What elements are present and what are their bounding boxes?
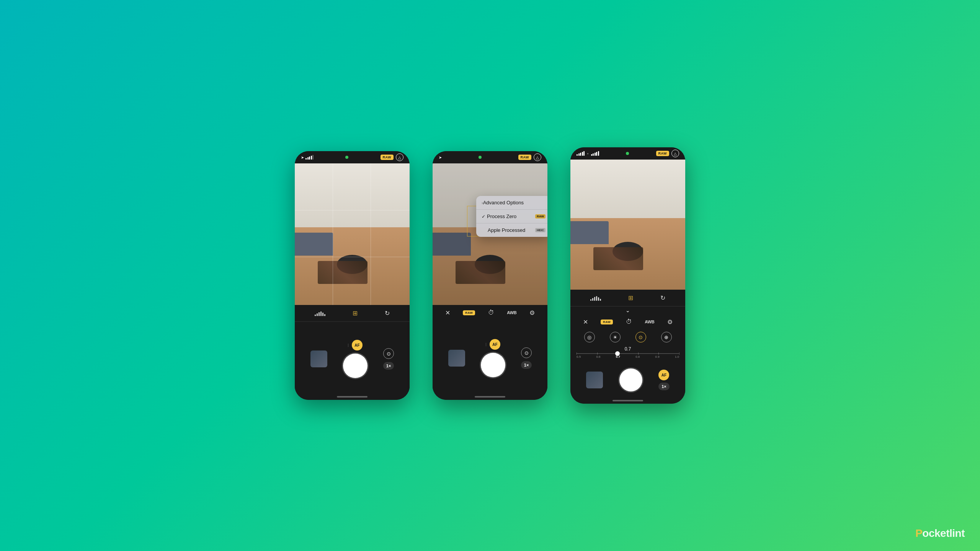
iso-control[interactable]: ⊙ xyxy=(635,332,646,342)
grid-icon-3[interactable]: ⊞ xyxy=(628,294,633,302)
awb-label-3[interactable]: AWB xyxy=(645,320,655,324)
phone1-status-center xyxy=(345,156,348,159)
settings-button[interactable]: ⊙ xyxy=(383,348,394,359)
timer-icon[interactable]: ⏱ xyxy=(488,309,494,316)
location-icon-2: ➤ xyxy=(439,155,442,160)
phone-3: ● RAW △ xyxy=(570,147,685,404)
room-sofa xyxy=(295,233,333,256)
phone1-status-bar: ➤ RAW △ xyxy=(295,151,410,163)
bottom-handle xyxy=(337,396,368,398)
phone3-status-right: RAW △ xyxy=(656,150,679,157)
room-rug xyxy=(318,261,368,284)
apple-processed-label: Apple Processed xyxy=(488,227,533,233)
phone1-toolbar: ⊞ ↻ xyxy=(295,305,410,322)
rotate-icon-3[interactable]: ↻ xyxy=(660,294,665,302)
phone-2: ➤ RAW △ xyxy=(433,151,547,400)
settings-icon-2[interactable]: △ xyxy=(534,153,541,161)
settings-button-2[interactable]: ⊙ xyxy=(521,347,532,358)
raw-badge[interactable]: RAW xyxy=(381,155,394,160)
awb-label[interactable]: AWB xyxy=(507,310,517,315)
bottom-handle-3 xyxy=(612,400,643,401)
signal-bars-3 xyxy=(577,151,585,156)
raw-badge-3[interactable]: RAW xyxy=(656,151,670,156)
grid-icon[interactable]: ⊞ xyxy=(353,310,358,317)
settings-icon-3[interactable]: △ xyxy=(671,150,679,157)
tick-05: 0.5 xyxy=(577,355,581,359)
chevron-down-icon[interactable]: ⌄ xyxy=(626,307,630,313)
tick-08: 0.8 xyxy=(635,355,640,359)
room-sofa-2 xyxy=(433,233,471,256)
shutter-button-3[interactable] xyxy=(619,368,642,391)
exposure-control[interactable]: ☀ xyxy=(610,332,621,342)
phone1-status-right: RAW △ xyxy=(381,153,404,161)
exposure-slider-track[interactable] xyxy=(577,353,679,354)
room-scene-1 xyxy=(295,163,410,305)
bottom-handle-2 xyxy=(475,396,505,398)
af-button-3[interactable]: AF xyxy=(658,370,669,380)
format-dropdown[interactable]: › Advanced Options ✓ Process Zero RAW Ap… xyxy=(476,196,547,237)
dropdown-item-advanced[interactable]: › Advanced Options xyxy=(476,196,547,210)
phone-1: ➤ RAW △ xyxy=(295,151,410,400)
raw-badge-toolbar-3[interactable]: RAW xyxy=(601,320,613,324)
shutter-button-2[interactable] xyxy=(481,353,505,377)
watermark: Pocketlint xyxy=(915,527,965,540)
zoom-badge-2[interactable]: 1× xyxy=(521,361,532,369)
advanced-options-label: Advanced Options xyxy=(483,200,546,205)
cancel-icon-3[interactable]: ✕ xyxy=(583,318,588,326)
af-button[interactable]: AF xyxy=(352,340,363,350)
room-wall xyxy=(295,163,410,234)
histogram-icon[interactable] xyxy=(315,311,325,316)
phone2-status-center xyxy=(479,156,482,159)
focus-control[interactable]: ◎ xyxy=(584,332,595,342)
dropdown-item-process-zero[interactable]: ✓ Process Zero RAW xyxy=(476,210,547,223)
exposure-slider-container: 0.7 0.5 0.6 0.7 0.8 0.9 1.0 xyxy=(570,345,685,360)
raw-badge-2[interactable]: RAW xyxy=(518,155,532,160)
phone3-extra-controls: ◎ ☀ ⊙ ⊕ xyxy=(570,329,685,345)
phone1-shutter-row: | AF ⊙ 1× xyxy=(295,322,410,396)
phone2-status-left: ➤ xyxy=(439,155,442,160)
histogram-icon-3[interactable] xyxy=(590,295,601,301)
phone3-camera-controls: ⊞ ↻ ⌄ ✕ RAW ⏱ AWB ⚙ ◎ ☀ ⊙ ⊕ 0.7 xyxy=(570,290,685,404)
raw-badge-item: RAW xyxy=(535,214,546,218)
rotate-icon[interactable]: ↻ xyxy=(385,310,390,317)
raw-badge-toolbar[interactable]: RAW xyxy=(463,310,475,315)
sb5 xyxy=(583,151,585,156)
phone3-top-toolbar: ⊞ ↻ xyxy=(570,290,685,306)
zoom-badge-3[interactable]: 1× xyxy=(658,383,670,390)
exposure-slider-thumb[interactable] xyxy=(615,351,620,356)
shutter-button[interactable] xyxy=(343,354,368,378)
gear-icon[interactable]: ⚙ xyxy=(529,309,535,316)
signal-bar-1 xyxy=(305,158,307,160)
plus-minus-control[interactable]: ⊕ xyxy=(661,332,672,342)
thumbnail[interactable] xyxy=(310,350,327,367)
signal-bars-3b xyxy=(591,151,599,156)
sb4 xyxy=(582,152,583,156)
thumbnail-3[interactable] xyxy=(586,372,603,388)
timer-icon-3[interactable]: ⏱ xyxy=(626,318,632,325)
dropdown-item-apple-processed[interactable]: Apple Processed HEIC xyxy=(476,223,547,237)
signal-bar-5 xyxy=(312,155,314,160)
phone2-shutter-row: | AF ⊙ 1× xyxy=(433,320,547,396)
af-button-2[interactable]: AF xyxy=(490,339,500,350)
heic-badge-item: HEIC xyxy=(535,228,546,232)
phone2-camera-controls: ✕ RAW ⏱ AWB ⚙ | AF ⊙ xyxy=(433,305,547,400)
cancel-icon[interactable]: ✕ xyxy=(445,309,450,316)
phone1-camera-controls: ⊞ ↻ | AF ⊙ 1× xyxy=(295,305,410,400)
signal-bar-2 xyxy=(307,157,309,160)
phone1-viewfinder[interactable] xyxy=(295,163,410,305)
phone2-viewfinder[interactable]: › Advanced Options ✓ Process Zero RAW Ap… xyxy=(433,163,547,305)
settings-icon[interactable]: △ xyxy=(396,153,403,161)
gear-icon-3[interactable]: ⚙ xyxy=(667,318,673,326)
signal-bar-4 xyxy=(311,156,312,160)
slider-labels: 0.5 0.6 0.7 0.8 0.9 1.0 xyxy=(577,355,679,359)
room-scene-3 xyxy=(570,160,685,290)
checkmark-icon: ✓ xyxy=(482,214,485,219)
location-icon: ➤ xyxy=(301,155,304,160)
tick-09: 0.9 xyxy=(655,355,660,359)
watermark-text: ocketlint xyxy=(922,527,965,539)
phone3-viewfinder[interactable] xyxy=(570,160,685,290)
sb1 xyxy=(577,154,578,156)
zoom-badge[interactable]: 1× xyxy=(383,362,394,370)
sb3 xyxy=(580,153,581,156)
thumbnail-2[interactable] xyxy=(448,350,465,367)
